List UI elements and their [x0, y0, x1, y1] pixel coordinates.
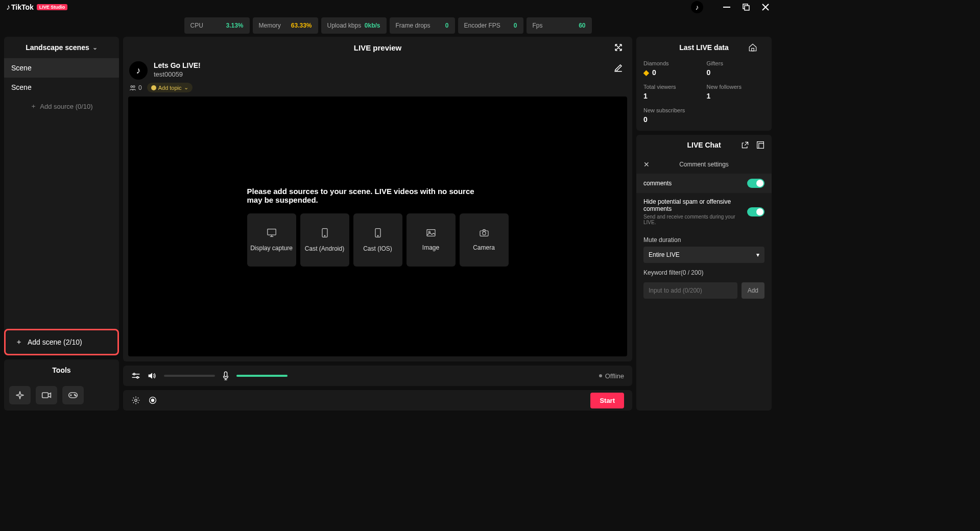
- topic-icon: [151, 85, 156, 90]
- live-data-header: Last LIVE data: [643, 37, 764, 58]
- chevron-down-icon: ⌄: [184, 84, 188, 91]
- svg-rect-24: [752, 49, 754, 51]
- viewer-count: 0: [129, 84, 142, 91]
- status-dot-icon: [599, 374, 602, 377]
- stat-cpu: CPU 3.13%: [184, 17, 250, 34]
- monitor-icon: [267, 228, 277, 237]
- comments-toggle[interactable]: [747, 179, 764, 188]
- svg-point-13: [377, 235, 378, 236]
- home-icon[interactable]: [748, 43, 757, 52]
- svg-rect-20: [224, 372, 227, 377]
- profile-avatar[interactable]: ♪: [691, 1, 703, 13]
- svg-rect-0: [723, 7, 730, 8]
- scene-item[interactable]: Scene: [4, 78, 119, 97]
- svg-point-6: [75, 395, 76, 396]
- source-display-capture[interactable]: Display capture: [247, 213, 296, 267]
- tools-panel: Tools: [4, 359, 119, 411]
- image-icon: [426, 229, 436, 237]
- tiktok-logo: ♪ TikTok: [6, 3, 34, 12]
- close-button[interactable]: [761, 3, 770, 11]
- edit-icon[interactable]: [614, 63, 623, 73]
- keyword-filter-label: Keyword filter(0 / 200): [636, 263, 772, 279]
- svg-point-8: [133, 85, 135, 87]
- camera-icon: [479, 229, 489, 237]
- source-cast-android[interactable]: Cast (Android): [300, 213, 349, 267]
- stat-new-subscribers: New subscribers 0: [643, 107, 702, 124]
- stat-diamonds: Diamonds ◆0: [643, 60, 702, 77]
- svg-rect-3: [42, 393, 49, 398]
- source-camera[interactable]: Camera: [460, 213, 509, 267]
- close-icon[interactable]: ✕: [643, 160, 650, 168]
- people-icon: [129, 85, 136, 91]
- mute-duration-label: Mute duration: [636, 230, 772, 247]
- stats-bar: CPU 3.13% Memory 63.33% Upload kbps 0kb/…: [0, 14, 776, 37]
- expand-icon[interactable]: [756, 141, 764, 149]
- record-icon[interactable]: [149, 396, 157, 404]
- preview-empty-message: Please add sources to your scene. LIVE v…: [247, 187, 482, 204]
- start-panel: Start: [123, 390, 632, 411]
- title-bar: ♪ TikTok LIVE Studio ♪: [0, 0, 776, 14]
- svg-point-11: [324, 235, 325, 236]
- stat-upload: Upload kbps 0kb/s: [321, 17, 387, 34]
- stat-gifters: Gifters 0: [707, 60, 765, 77]
- stream-avatar: ♪: [129, 61, 148, 80]
- plus-icon: ＋: [30, 102, 37, 111]
- phone-icon: [374, 228, 381, 238]
- add-scene-button[interactable]: ＋ Add scene (2/10): [6, 331, 117, 353]
- scene-item[interactable]: Scene: [4, 58, 119, 78]
- diamond-icon: ◆: [643, 68, 649, 77]
- microphone-icon[interactable]: [222, 371, 229, 380]
- chat-panel: LIVE Chat ✕ Comment settings comments Hi…: [636, 135, 772, 411]
- mute-duration-select[interactable]: Entire LIVE ▾: [643, 247, 764, 263]
- stat-total-viewers: Total viewers 1: [643, 84, 702, 100]
- window-controls: ♪: [691, 1, 770, 13]
- svg-rect-9: [267, 229, 275, 234]
- chevron-down-icon: ⌄: [92, 44, 98, 51]
- stat-encoder-fps: Encoder FPS 0: [458, 17, 523, 34]
- svg-point-17: [482, 231, 485, 234]
- stat-new-followers: New followers 1: [707, 84, 765, 100]
- minimize-button[interactable]: [723, 3, 731, 11]
- chevron-down-icon: ▾: [756, 251, 759, 258]
- popout-icon[interactable]: [741, 141, 749, 149]
- svg-point-21: [135, 399, 137, 402]
- tool-game-button[interactable]: [62, 386, 84, 404]
- add-topic-button[interactable]: Add topic ⌄: [147, 83, 193, 92]
- add-source-button[interactable]: ＋ Add source (0/10): [4, 97, 119, 115]
- source-cast-ios[interactable]: Cast (IOS): [353, 213, 402, 267]
- live-studio-badge: LIVE Studio: [37, 4, 68, 10]
- keyword-add-button[interactable]: Add: [742, 282, 764, 299]
- audio-panel: Offline: [123, 366, 632, 386]
- preview-header: LIVE preview: [123, 37, 632, 58]
- speaker-volume-slider[interactable]: [164, 375, 215, 377]
- gear-icon[interactable]: [131, 396, 140, 405]
- speaker-icon[interactable]: [148, 372, 157, 380]
- stream-username: test00059: [154, 70, 608, 78]
- maximize-button[interactable]: [742, 3, 750, 11]
- phone-icon: [321, 228, 328, 238]
- svg-point-18: [133, 373, 135, 375]
- svg-rect-26: [759, 143, 764, 149]
- tool-camera-button[interactable]: [36, 386, 57, 404]
- comments-toggle-row: comments: [636, 174, 772, 193]
- preview-panel: LIVE preview ♪ Lets Go LIVE! test00059: [123, 37, 632, 361]
- spam-toggle[interactable]: [747, 207, 764, 216]
- tools-header: Tools: [4, 359, 119, 381]
- svg-point-19: [137, 377, 138, 378]
- mic-volume-slider[interactable]: [236, 375, 288, 377]
- app-name: TikTok: [11, 3, 34, 11]
- spam-toggle-row: Hide potential spam or offensive comment…: [636, 193, 772, 230]
- start-button[interactable]: Start: [590, 393, 624, 408]
- scenes-header[interactable]: Landscape scenes ⌄: [4, 37, 119, 58]
- tool-sparkle-button[interactable]: [9, 386, 31, 404]
- settings-sliders-icon[interactable]: [131, 372, 140, 379]
- stat-memory: Memory 63.33%: [253, 17, 318, 34]
- keyword-input[interactable]: [643, 282, 737, 299]
- crossed-arrows-icon[interactable]: [614, 43, 623, 52]
- comment-settings-row: ✕ Comment settings: [636, 155, 772, 174]
- source-image[interactable]: Image: [407, 213, 456, 267]
- stream-title: Lets Go LIVE!: [154, 61, 608, 69]
- preview-area: Please add sources to your scene. LIVE v…: [128, 96, 627, 356]
- logo-area: ♪ TikTok LIVE Studio: [6, 3, 67, 12]
- tiktok-note-icon: ♪: [6, 3, 10, 12]
